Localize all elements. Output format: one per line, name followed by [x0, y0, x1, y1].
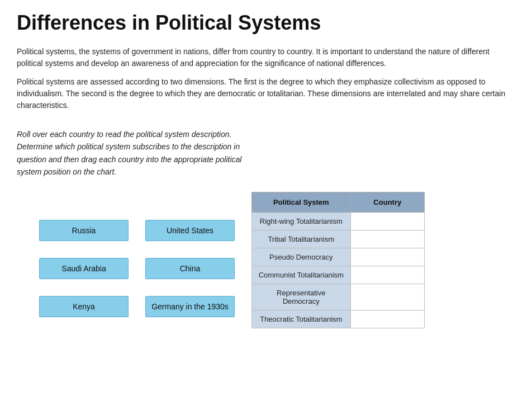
- country-drop-cell-theocratic[interactable]: [350, 310, 424, 328]
- political-system-table: Political System Country Right-wing Tota…: [251, 192, 425, 328]
- system-cell-tribal: Tribal Totalitarianism: [252, 230, 351, 248]
- table-row: Tribal Totalitarianism: [252, 230, 425, 248]
- country-btn-china[interactable]: China: [145, 258, 235, 279]
- country-btn-germany-1930s[interactable]: Germany in the 1930s: [145, 296, 235, 317]
- countries-row-2: Saudi Arabia China: [17, 258, 240, 279]
- country-btn-united-states[interactable]: United States: [145, 220, 235, 241]
- system-cell-pseudo: Pseudo Democracy: [252, 248, 351, 266]
- intro-paragraph-2: Political systems are assessed according…: [17, 76, 515, 111]
- table-row: Representative Democracy: [252, 284, 425, 310]
- page-title: Differences in Political Systems: [17, 11, 515, 35]
- country-btn-saudi-arabia[interactable]: Saudi Arabia: [39, 258, 129, 279]
- table-row: Communist Totalitarianism: [252, 266, 425, 284]
- system-cell-communist: Communist Totalitarianism: [252, 266, 351, 284]
- table-row: Theocratic Totalitarianism: [252, 310, 425, 328]
- country-drop-cell-pseudo[interactable]: [350, 248, 424, 266]
- country-btn-kenya[interactable]: Kenya: [39, 296, 129, 317]
- intro-paragraph-1: Political systems, the systems of govern…: [17, 46, 515, 69]
- system-cell-representative: Representative Democracy: [252, 284, 351, 310]
- countries-row-3: Kenya Germany in the 1930s: [17, 296, 240, 317]
- main-content-area: Russia United States Saudi Arabia China …: [17, 192, 515, 328]
- col-header-country: Country: [350, 192, 424, 212]
- country-btn-russia[interactable]: Russia: [39, 220, 129, 241]
- table-row: Pseudo Democracy: [252, 248, 425, 266]
- country-drop-cell-right-wing[interactable]: [350, 212, 424, 230]
- system-cell-theocratic: Theocratic Totalitarianism: [252, 310, 351, 328]
- country-drop-cell-representative[interactable]: [350, 284, 424, 310]
- system-cell-right-wing: Right-wing Totalitarianism: [252, 212, 351, 230]
- countries-row-1: Russia United States: [17, 220, 240, 241]
- countries-panel: Russia United States Saudi Arabia China …: [17, 220, 240, 317]
- country-drop-cell-communist[interactable]: [350, 266, 424, 284]
- political-system-table-panel: Political System Country Right-wing Tota…: [251, 192, 425, 328]
- table-row: Right-wing Totalitarianism: [252, 212, 425, 230]
- instruction-text: Roll over each country to read the polit…: [17, 128, 263, 178]
- col-header-political-system: Political System: [252, 192, 351, 212]
- country-drop-cell-tribal[interactable]: [350, 230, 424, 248]
